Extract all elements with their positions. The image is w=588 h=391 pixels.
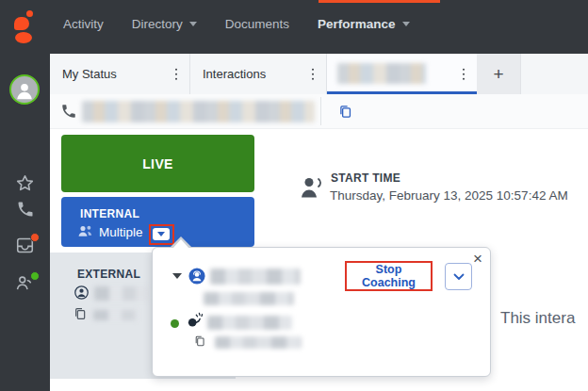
caret-down-icon	[402, 22, 410, 26]
call-header-row	[50, 94, 588, 129]
online-status-dot	[171, 319, 179, 328]
nav-item-performance-label: Performance	[318, 17, 396, 31]
person-circle-icon	[74, 285, 90, 301]
redacted-agent-id	[215, 336, 302, 349]
user-avatar[interactable]	[9, 74, 40, 105]
top-redaction-bar	[318, 0, 440, 3]
caret-down-icon	[189, 22, 197, 26]
redacted-agent-name	[207, 316, 292, 330]
copy-icon[interactable]	[193, 334, 206, 348]
stop-coaching-label: Stop Coaching	[352, 263, 425, 289]
tab-bar: My Status Interactions +	[50, 54, 588, 94]
nav-item-directory-label: Directory	[132, 17, 183, 31]
nav-items: Activity Directory Documents Performance	[63, 0, 410, 47]
start-time-label: START TIME	[331, 171, 400, 185]
external-label: EXTERNAL	[77, 268, 140, 281]
phone-icon	[60, 103, 77, 120]
live-status-tile[interactable]: LIVE	[61, 135, 254, 192]
app-window: Activity Directory Documents Performance	[0, 0, 588, 391]
tab-menu-kebab-icon[interactable]	[463, 68, 466, 80]
coaching-options-dropdown-button[interactable]	[445, 263, 472, 290]
left-sidebar	[0, 54, 50, 391]
redacted-tab-title	[337, 63, 426, 84]
header-divider	[320, 97, 321, 125]
plus-icon: +	[493, 65, 503, 83]
stop-coaching-button[interactable]: Stop Coaching	[347, 263, 431, 289]
person-speaking-icon	[300, 174, 326, 200]
nav-item-directory[interactable]: Directory	[132, 17, 197, 31]
redacted-external-id	[93, 310, 138, 320]
tab-my-status[interactable]: My Status	[50, 54, 190, 94]
person-icon	[14, 80, 35, 101]
tab-menu-kebab-icon[interactable]	[175, 68, 178, 80]
stop-coaching-annotation-highlight: Stop Coaching	[345, 261, 433, 291]
chevron-down-icon	[157, 232, 165, 236]
redacted-coach-detail	[204, 292, 294, 305]
top-navigation-bar: Activity Directory Documents Performance	[0, 0, 588, 54]
collapse-triangle-icon[interactable]	[172, 273, 182, 279]
redacted-external-name	[94, 286, 149, 301]
chevron-down-icon	[453, 273, 465, 281]
tab-menu-kebab-icon[interactable]	[312, 68, 315, 80]
internal-label: INTERNAL	[80, 207, 139, 220]
tab-interactions[interactable]: Interactions	[190, 54, 327, 94]
live-label: LIVE	[142, 156, 173, 171]
tab-active-interaction[interactable]	[327, 54, 477, 94]
close-icon[interactable]: ×	[471, 249, 484, 269]
add-tab-button[interactable]: +	[477, 54, 521, 94]
genesys-logo-icon	[13, 8, 45, 46]
coaching-popup: × Stop Coaching	[152, 247, 491, 377]
agents-online-badge	[30, 271, 40, 281]
start-time-value: Thursday, February 13, 2025 10:57:42 AM	[330, 188, 568, 203]
internal-participants-value: Multiple	[99, 225, 143, 239]
nav-item-performance[interactable]: Performance	[318, 17, 410, 31]
copy-icon[interactable]	[73, 306, 88, 321]
copy-icon[interactable]	[337, 104, 353, 120]
calls-phone-icon[interactable]	[16, 200, 35, 219]
multiple-people-icon	[77, 224, 94, 238]
redacted-phone-number	[82, 101, 315, 122]
redacted-coach-name	[210, 269, 301, 285]
internal-expand-dropdown-button[interactable]	[153, 228, 170, 240]
coach-person-icon	[188, 268, 205, 285]
nav-item-activity[interactable]: Activity	[63, 17, 104, 31]
tab-interactions-label: Interactions	[190, 67, 266, 81]
nav-item-documents[interactable]: Documents	[225, 17, 289, 31]
favorites-star-icon[interactable]	[15, 173, 35, 193]
inbox-alert-badge	[30, 233, 40, 242]
monitored-agent-headset-icon	[185, 312, 204, 329]
transcript-partial-text: This intera	[500, 309, 575, 328]
tab-my-status-label: My Status	[50, 67, 117, 81]
